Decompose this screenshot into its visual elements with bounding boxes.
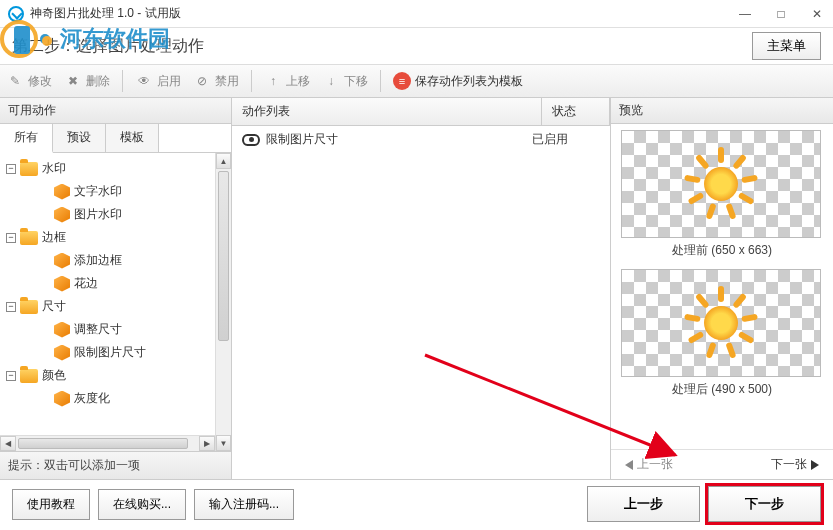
vertical-scrollbar[interactable]: ▲ ▼ — [215, 153, 231, 451]
tree-item-text-watermark[interactable]: 文字水印 — [4, 180, 211, 203]
action-status: 已启用 — [532, 131, 600, 148]
main-menu-button[interactable]: 主菜单 — [752, 32, 821, 60]
collapse-icon[interactable]: − — [6, 164, 16, 174]
cube-icon — [54, 184, 70, 200]
delete-button[interactable]: ✖删除 — [64, 72, 110, 90]
arrow-down-icon: ↓ — [322, 72, 340, 90]
separator — [380, 70, 381, 92]
tree-item-lace[interactable]: 花边 — [4, 272, 211, 295]
tree-item-limit-size[interactable]: 限制图片尺寸 — [4, 341, 211, 364]
scrollbar-thumb[interactable] — [218, 171, 229, 341]
tree-item-resize[interactable]: 调整尺寸 — [4, 318, 211, 341]
tab-all[interactable]: 所有 — [0, 124, 53, 153]
next-image-button[interactable]: 下一张 — [771, 456, 819, 473]
collapse-icon[interactable]: − — [6, 371, 16, 381]
cube-icon — [54, 391, 70, 407]
separator — [251, 70, 252, 92]
folder-icon — [20, 300, 38, 314]
tree-item-image-watermark[interactable]: 图片水印 — [4, 203, 211, 226]
move-up-button[interactable]: ↑上移 — [264, 72, 310, 90]
tree-item-add-border[interactable]: 添加边框 — [4, 249, 211, 272]
arrow-right-icon — [811, 460, 819, 470]
caption-after: 处理后 (490 x 500) — [621, 381, 823, 398]
modify-button[interactable]: ✎修改 — [6, 72, 52, 90]
collapse-icon[interactable]: − — [6, 302, 16, 312]
action-list-panel: 动作列表 状态 限制图片尺寸 已启用 — [232, 98, 611, 479]
arrow-up-icon: ↑ — [264, 72, 282, 90]
save-template-button[interactable]: ≡保存动作列表为模板 — [393, 72, 523, 90]
tab-preset[interactable]: 预设 — [53, 124, 106, 152]
left-panel-title: 可用动作 — [0, 98, 231, 124]
scroll-right-icon[interactable]: ▶ — [199, 436, 215, 451]
tree-item-grayscale[interactable]: 灰度化 — [4, 387, 211, 410]
scroll-left-icon[interactable]: ◀ — [0, 436, 16, 451]
list-icon: ≡ — [393, 72, 411, 90]
preview-before — [621, 130, 821, 238]
title-bar: 神奇图片批处理 1.0 - 试用版 — □ ✕ — [0, 0, 833, 28]
main-content: 可用动作 所有 预设 模板 −水印 文字水印 图片水印 −边框 添加边框 花边 … — [0, 98, 833, 480]
folder-icon — [20, 231, 38, 245]
pencil-icon: ✎ — [6, 72, 24, 90]
eye-icon — [242, 134, 260, 146]
next-step-button[interactable]: 下一步 — [708, 486, 821, 522]
cube-icon — [54, 322, 70, 338]
cube-icon — [54, 207, 70, 223]
scrollbar-thumb[interactable] — [18, 438, 188, 449]
cube-icon — [54, 345, 70, 361]
horizontal-scrollbar[interactable]: ◀ ▶ — [0, 435, 215, 451]
close-button[interactable]: ✕ — [809, 7, 825, 21]
folder-icon — [20, 369, 38, 383]
prev-step-button[interactable]: 上一步 — [587, 486, 700, 522]
footer: 使用教程 在线购买... 输入注册码... 上一步 下一步 — [0, 480, 833, 528]
action-tree: −水印 文字水印 图片水印 −边框 添加边框 花边 −尺寸 调整尺寸 限制图片尺… — [0, 153, 215, 435]
left-tabs: 所有 预设 模板 — [0, 124, 231, 153]
preview-panel: 预览 处理前 (650 x 663) — [611, 98, 833, 479]
list-body: 限制图片尺寸 已启用 — [232, 126, 610, 479]
tutorial-button[interactable]: 使用教程 — [12, 489, 90, 520]
eye-off-icon: ⊘ — [193, 72, 211, 90]
collapse-icon[interactable]: − — [6, 233, 16, 243]
list-item[interactable]: 限制图片尺寸 已启用 — [232, 126, 610, 153]
toolbar: ✎修改 ✖删除 👁启用 ⊘禁用 ↑上移 ↓下移 ≡保存动作列表为模板 — [0, 64, 833, 98]
arrow-left-icon — [625, 460, 633, 470]
caption-before: 处理前 (650 x 663) — [621, 242, 823, 259]
folder-icon — [20, 162, 38, 176]
buy-button[interactable]: 在线购买... — [98, 489, 186, 520]
window-title: 神奇图片批处理 1.0 - 试用版 — [30, 5, 737, 22]
tree-node-border[interactable]: −边框 — [4, 226, 211, 249]
enable-button[interactable]: 👁启用 — [135, 72, 181, 90]
hint-text: 提示：双击可以添加一项 — [0, 451, 231, 479]
minimize-button[interactable]: — — [737, 7, 753, 21]
scroll-up-icon[interactable]: ▲ — [216, 153, 231, 169]
delete-icon: ✖ — [64, 72, 82, 90]
cube-icon — [54, 253, 70, 269]
preview-title: 预览 — [611, 98, 833, 124]
separator — [122, 70, 123, 92]
left-panel: 可用动作 所有 预设 模板 −水印 文字水印 图片水印 −边框 添加边框 花边 … — [0, 98, 232, 479]
cube-icon — [54, 276, 70, 292]
step-title: 第二步：选择图片处理动作 — [12, 36, 752, 57]
list-header: 动作列表 状态 — [232, 98, 610, 126]
move-down-button[interactable]: ↓下移 — [322, 72, 368, 90]
col-status[interactable]: 状态 — [542, 98, 610, 125]
register-button[interactable]: 输入注册码... — [194, 489, 294, 520]
disable-button[interactable]: ⊘禁用 — [193, 72, 239, 90]
tab-template[interactable]: 模板 — [106, 124, 159, 152]
tree-node-color[interactable]: −颜色 — [4, 364, 211, 387]
scroll-down-icon[interactable]: ▼ — [216, 435, 231, 451]
tree-node-size[interactable]: −尺寸 — [4, 295, 211, 318]
col-action[interactable]: 动作列表 — [232, 98, 542, 125]
prev-image-button[interactable]: 上一张 — [625, 456, 673, 473]
header: 第二步：选择图片处理动作 主菜单 — [0, 28, 833, 64]
preview-after — [621, 269, 821, 377]
action-name: 限制图片尺寸 — [266, 131, 338, 148]
eye-icon: 👁 — [135, 72, 153, 90]
maximize-button[interactable]: □ — [773, 7, 789, 21]
tree-node-watermark[interactable]: −水印 — [4, 157, 211, 180]
app-icon — [8, 6, 24, 22]
preview-nav: 上一张 下一张 — [611, 449, 833, 479]
